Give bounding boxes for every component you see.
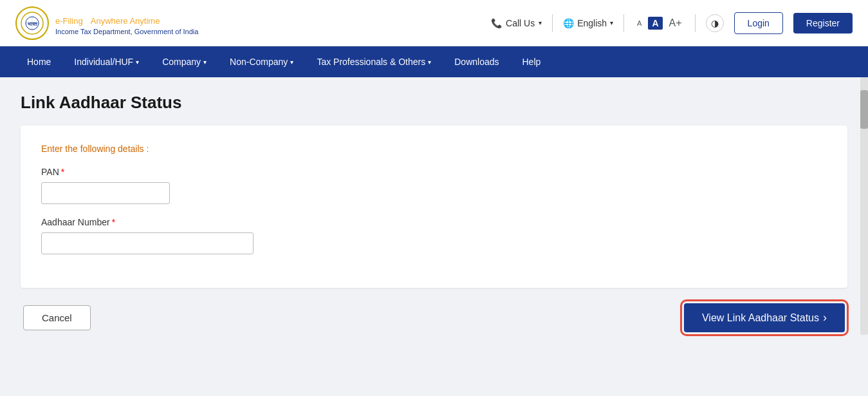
contrast-button[interactable]: ◑	[706, 14, 724, 32]
nav-noncompany-chevron-icon: ▾	[290, 59, 293, 66]
nav-tax-professionals-chevron-icon: ▾	[428, 59, 431, 66]
aadhaar-label: Aadhaar Number*	[41, 217, 827, 227]
pan-input[interactable]	[41, 182, 170, 204]
contrast-icon: ◑	[711, 18, 719, 28]
lang-chevron-icon: ▾	[610, 19, 613, 26]
phone-icon: 📞	[491, 18, 502, 28]
pan-label: PAN*	[41, 167, 827, 177]
view-status-arrow-icon: ›	[823, 311, 827, 325]
logo-title: e-Filing Anywhere Anytime	[55, 11, 198, 28]
nav-individual-label: Individual/HUF	[74, 57, 133, 67]
nav-item-downloads[interactable]: Downloads	[443, 46, 510, 77]
nav-noncompany-label: Non-Company	[230, 57, 288, 67]
nav-company-label: Company	[162, 57, 201, 67]
divider-3	[695, 14, 696, 32]
main-navbar: Home Individual/HUF ▾ Company ▾ Non-Comp…	[0, 46, 868, 77]
aadhaar-required-star: *	[112, 217, 115, 227]
logo-subtitle: Income Tax Department, Government of Ind…	[55, 28, 198, 35]
page-content: Link Aadhaar Status Enter the following …	[0, 77, 868, 348]
call-us-button[interactable]: 📞 Call Us ▾	[491, 18, 542, 28]
view-link-aadhaar-status-button[interactable]: View Link Aadhaar Status ›	[684, 303, 845, 332]
buttons-row: Cancel View Link Aadhaar Status ›	[21, 303, 847, 332]
scrollbar[interactable]	[860, 77, 868, 335]
pan-required-star: *	[61, 167, 64, 177]
site-header: भारत e-Filing Anywhere Anytime Income Ta…	[0, 0, 868, 46]
nav-help-label: Help	[522, 57, 541, 67]
aadhaar-input[interactable]	[41, 232, 254, 254]
divider-1	[552, 14, 553, 32]
aadhaar-field-group: Aadhaar Number*	[41, 217, 827, 254]
language-selector[interactable]: 🌐 English ▾	[563, 18, 613, 28]
register-button[interactable]: Register	[793, 13, 853, 33]
nav-company-chevron-icon: ▾	[203, 59, 207, 66]
font-medium-button[interactable]: A	[648, 17, 662, 30]
form-instruction: Enter the following details :	[41, 144, 827, 154]
font-large-button[interactable]: A+	[667, 16, 685, 30]
pan-field-group: PAN*	[41, 167, 827, 204]
cancel-button[interactable]: Cancel	[23, 305, 91, 330]
globe-icon: 🌐	[563, 18, 574, 28]
scroll-thumb[interactable]	[860, 90, 868, 129]
nav-home-label: Home	[27, 57, 51, 67]
nav-item-help[interactable]: Help	[511, 46, 553, 77]
nav-tax-professionals-label: Tax Professionals & Others	[317, 57, 425, 67]
nav-item-tax-professionals[interactable]: Tax Professionals & Others ▾	[305, 46, 443, 77]
login-button[interactable]: Login	[734, 12, 783, 34]
nav-item-company[interactable]: Company ▾	[151, 46, 218, 77]
font-small-button[interactable]: A	[634, 18, 644, 28]
font-controls: A A A+	[634, 16, 684, 30]
lang-label: English	[577, 18, 607, 28]
logo-title-text: e-Filing	[55, 16, 83, 26]
page-title: Link Aadhaar Status	[21, 93, 847, 113]
logo-tagline: Anywhere Anytime	[91, 16, 160, 26]
view-status-label: View Link Aadhaar Status	[702, 312, 819, 324]
logo-text: e-Filing Anywhere Anytime Income Tax Dep…	[55, 11, 198, 35]
divider-2	[623, 14, 624, 32]
call-us-label: Call Us	[506, 18, 535, 28]
nav-item-home[interactable]: Home	[15, 46, 62, 77]
call-us-chevron-icon: ▾	[539, 19, 542, 26]
nav-item-individual[interactable]: Individual/HUF ▾	[62, 46, 151, 77]
nav-individual-chevron-icon: ▾	[136, 59, 139, 66]
nav-item-noncompany[interactable]: Non-Company ▾	[218, 46, 305, 77]
logo-area: भारत e-Filing Anywhere Anytime Income Ta…	[15, 6, 198, 40]
govt-emblem-icon: भारत	[15, 6, 49, 40]
form-card: Enter the following details : PAN* Aadha…	[21, 126, 847, 288]
header-right: 📞 Call Us ▾ 🌐 English ▾ A A A+ ◑ Login R…	[491, 12, 853, 34]
nav-downloads-label: Downloads	[454, 57, 499, 67]
